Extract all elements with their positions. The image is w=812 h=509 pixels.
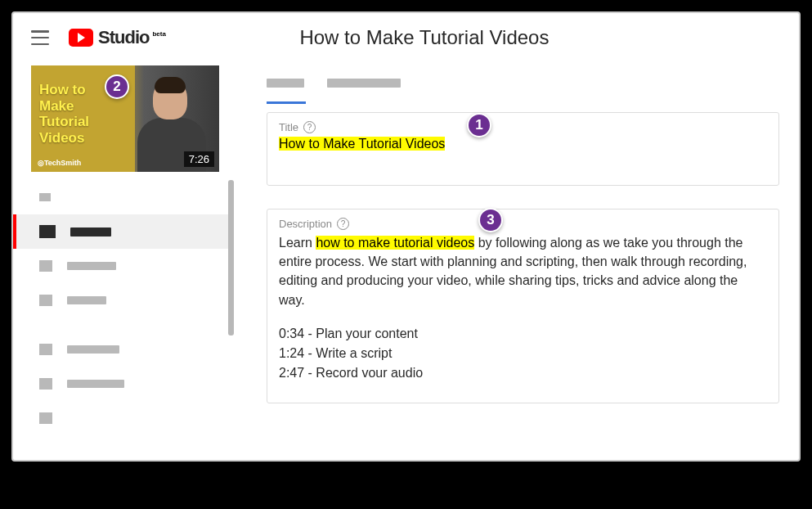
youtube-icon: [69, 29, 93, 47]
help-icon[interactable]: ?: [303, 121, 316, 133]
nav-icon-placeholder: [39, 378, 52, 390]
timestamp-line: 2:47 - Record vour audio: [279, 363, 767, 383]
thumb-title: How to Make Tutorial Videos: [39, 82, 89, 146]
sidebar-scrollbar[interactable]: [228, 180, 234, 336]
nav-item[interactable]: [13, 283, 234, 318]
title-field-value[interactable]: How to Make Tutorial Videos: [279, 137, 767, 151]
header: Studio beta How to Make Tutorial Videos: [13, 13, 799, 62]
nav-icon-placeholder: [39, 193, 51, 201]
nav-item[interactable]: [13, 332, 234, 367]
sidebar: How to Make Tutorial Videos ◎TechSmith 7…: [13, 62, 234, 460]
body: How to Make Tutorial Videos ◎TechSmith 7…: [13, 62, 799, 460]
nav-icon-placeholder: [39, 412, 52, 424]
nav-icon-placeholder: [39, 344, 52, 355]
tab-row: [267, 67, 779, 88]
sidebar-nav: [13, 180, 234, 435]
nav-item[interactable]: [13, 249, 234, 283]
nav-icon-placeholder: [39, 295, 52, 306]
title-highlight: How to Make Tutorial Videos: [279, 137, 445, 151]
help-icon[interactable]: ?: [337, 218, 349, 230]
nav-item[interactable]: [13, 180, 234, 214]
nav-label-placeholder: [67, 345, 119, 354]
description-timestamps: 0:34 - Plan your content 1:24 - Write a …: [279, 324, 767, 383]
tab-placeholder-active[interactable]: [267, 79, 304, 88]
active-tab-underline: [267, 101, 306, 104]
title-field-label: Title ?: [279, 121, 767, 133]
studio-window: Studio beta How to Make Tutorial Videos …: [11, 11, 801, 462]
nav-label-placeholder: [70, 227, 111, 236]
tab-placeholder[interactable]: [327, 79, 401, 88]
page-title: How to Make Tutorial Videos: [166, 26, 683, 49]
timestamp-line: 0:34 - Plan your content: [279, 324, 767, 344]
thumb-brand: ◎TechSmith: [38, 159, 81, 167]
nav-item[interactable]: [13, 367, 234, 401]
thumb-duration: 7:26: [184, 151, 214, 167]
description-field-value[interactable]: Learn how to make tutorial videos by fol…: [279, 233, 767, 383]
logo-beta-tag: beta: [152, 30, 165, 38]
nav-item-active[interactable]: [13, 214, 234, 249]
nav-item[interactable]: [13, 401, 234, 435]
nav-icon-placeholder: [39, 225, 56, 238]
logo-text: Studio: [98, 27, 149, 48]
youtube-studio-logo[interactable]: Studio beta: [69, 27, 166, 48]
annotation-badge-2: 2: [105, 74, 129, 99]
nav-icon-placeholder: [39, 260, 52, 272]
hamburger-menu-icon[interactable]: [31, 30, 49, 45]
description-field-label: Description ?: [279, 218, 767, 230]
annotation-badge-1: 1: [467, 113, 491, 137]
annotation-badge-3: 3: [478, 208, 503, 232]
nav-label-placeholder: [67, 380, 124, 388]
main-content: 1 Title ? How to Make Tutorial Videos 3 …: [234, 62, 799, 460]
description-card[interactable]: 3 Description ? Learn how to make tutori…: [267, 209, 779, 403]
timestamp-line: 1:24 - Write a script: [279, 344, 767, 363]
title-card[interactable]: 1 Title ? How to Make Tutorial Videos: [267, 112, 779, 186]
description-highlight: how to make tutorial videos: [316, 236, 474, 250]
nav-label-placeholder: [67, 296, 106, 304]
nav-label-placeholder: [67, 262, 116, 270]
